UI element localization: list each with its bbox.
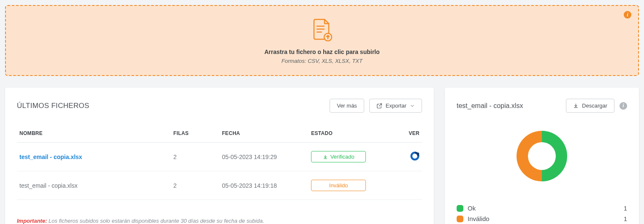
latest-files-panel: ÚLTIMOS FICHEROS Ver más Exportar NOMBRE… — [5, 88, 434, 224]
exportar-label: Exportar — [386, 103, 406, 109]
footnote: Importante: Los ficheros subidos solo es… — [17, 218, 422, 224]
status-label: Verificado — [330, 154, 354, 160]
table-row: test_email - copia.xlsx 2 05-05-2023 14:… — [17, 171, 422, 200]
file-dropzone[interactable]: i Arrastra tu fichero o haz clic para su… — [5, 5, 639, 76]
file-rows: 2 — [171, 143, 219, 171]
download-icon — [573, 103, 579, 108]
panel-title: ÚLTIMOS FICHEROS — [17, 102, 89, 110]
svg-point-7 — [417, 153, 419, 155]
exportar-button[interactable]: Exportar — [369, 99, 422, 113]
info-icon[interactable]: i — [624, 11, 631, 19]
download-small-icon — [323, 154, 328, 159]
col-ver: VER — [382, 124, 422, 143]
chevron-down-icon — [410, 103, 415, 108]
legend-item: Ok 1 — [457, 203, 627, 213]
file-detail-panel: test_email - copia.xlsx Descargar i Ok 1 — [445, 88, 639, 224]
files-table: NOMBRE FILAS FECHA ESTADO VER test_email… — [17, 124, 422, 200]
view-chart-button[interactable] — [410, 151, 419, 161]
file-name: test_email - copia.xlsx — [17, 171, 171, 200]
legend-label: Ok — [468, 205, 476, 212]
table-row: test_email - copia.xlsx 2 05-05-2023 14:… — [17, 143, 422, 171]
export-icon — [376, 103, 382, 109]
legend-value: 1 — [624, 215, 627, 222]
col-fecha: FECHA — [219, 124, 308, 143]
legend-label: Inválido — [468, 215, 490, 222]
dropzone-subtitle: Formatos: CSV, XLS, XLSX, TXT — [14, 58, 630, 64]
swatch-ok — [457, 205, 463, 212]
detail-title: test_email - copia.xlsx — [457, 102, 523, 110]
col-filas: FILAS — [171, 124, 219, 143]
status-badge: Verificado — [311, 151, 366, 162]
legend-item: Inválido 1 — [457, 213, 627, 224]
legend-value: 1 — [624, 205, 627, 212]
file-date: 05-05-2023 14:19:29 — [219, 143, 308, 171]
donut-chart — [510, 124, 574, 188]
status-badge: Inválido — [311, 180, 366, 191]
swatch-invalid — [457, 216, 463, 222]
footnote-important: Importante: — [17, 218, 47, 224]
info-icon[interactable]: i — [620, 102, 627, 110]
footnote-text: Los ficheros subidos solo estarán dispon… — [47, 218, 265, 224]
descargar-button[interactable]: Descargar — [566, 99, 614, 113]
ver-mas-label: Ver más — [337, 103, 357, 109]
ver-mas-button[interactable]: Ver más — [330, 99, 364, 113]
file-upload-icon — [311, 19, 333, 41]
dropzone-title: Arrastra tu fichero o haz clic para subi… — [14, 49, 630, 55]
col-estado: ESTADO — [308, 124, 382, 143]
file-name-link[interactable]: test_email - copia.xlsx — [19, 154, 82, 160]
descargar-label: Descargar — [582, 103, 607, 109]
col-nombre: NOMBRE — [17, 124, 171, 143]
file-rows: 2 — [171, 171, 219, 200]
chart-legend: Ok 1 Inválido 1 — [457, 203, 627, 224]
status-label: Inválido — [329, 182, 348, 189]
file-date: 05-05-2023 14:19:18 — [219, 171, 308, 200]
